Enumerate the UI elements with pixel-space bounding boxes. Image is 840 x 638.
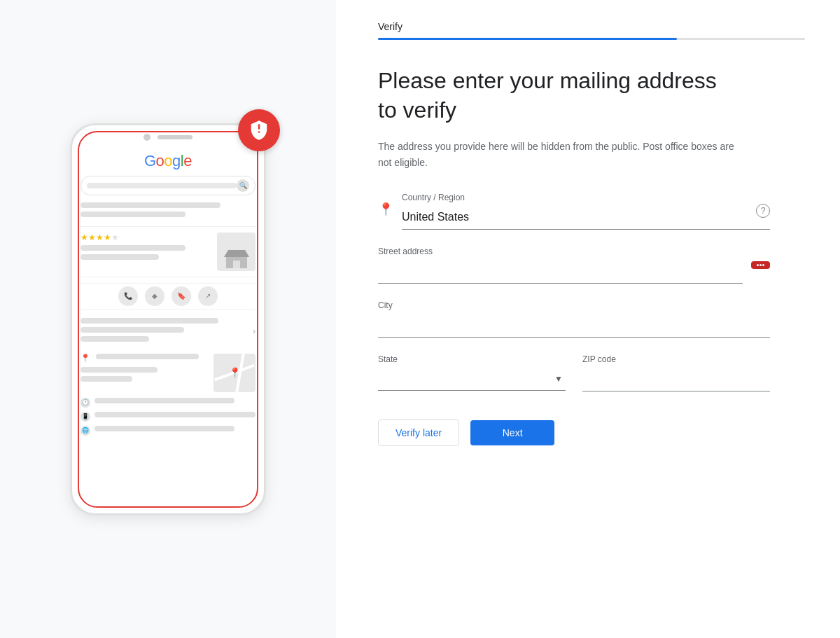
city-field: City — [378, 300, 770, 338]
button-row: Verify later Next — [378, 419, 770, 446]
skeleton-line — [80, 376, 132, 382]
chevron-right-icon: › — [253, 326, 255, 336]
skeleton-line — [80, 254, 159, 260]
main-heading: Please enter your mailing address to ver… — [378, 67, 805, 125]
skeleton-line — [94, 412, 255, 417]
shield-badge — [238, 109, 280, 151]
state-field: State Alabama Alaska Arizona California … — [378, 354, 566, 391]
misc-row-web: 🌐 — [80, 426, 255, 436]
skeleton-line — [80, 245, 186, 251]
state-select[interactable]: Alabama Alaska Arizona California Colora… — [378, 367, 566, 391]
star-rating: ★★★★★ — [80, 233, 211, 242]
form-section: 📍 Country / Region ? Street address — [378, 193, 770, 446]
logo-o1: o — [156, 152, 164, 170]
skeleton-line — [94, 426, 234, 431]
location-pin-icon: 📍 — [378, 202, 393, 217]
verify-later-button[interactable]: Verify later — [378, 419, 459, 446]
phone-speaker — [158, 135, 192, 139]
more-lines — [80, 318, 253, 345]
phone-top-bar — [72, 125, 264, 146]
street-input[interactable] — [378, 259, 743, 284]
action-icons-row: 📞 ◆ 🔖 ↗ — [80, 283, 255, 310]
state-zip-row: State Alabama Alaska Arizona California … — [378, 354, 770, 391]
skeleton-line — [80, 318, 218, 324]
phone-small-icon: 📱 — [80, 412, 90, 422]
next-button[interactable]: Next — [470, 420, 554, 445]
store-icon — [223, 243, 251, 271]
logo-o2: o — [164, 152, 172, 170]
dot2 — [760, 264, 762, 266]
google-logo: Google — [80, 152, 255, 170]
search-bar: 🔍 — [80, 176, 255, 195]
country-input-wrapper: Country / Region ? — [402, 193, 770, 230]
country-field: 📍 Country / Region ? — [378, 193, 770, 230]
result-item-stars: ★★★★★ — [80, 233, 255, 277]
map-section: 📍 📍 — [80, 354, 255, 392]
map-visual: 📍 — [214, 354, 255, 392]
city-label: City — [378, 300, 770, 310]
verify-header: Verify — [378, 21, 805, 62]
zip-field: ZIP code — [582, 354, 770, 391]
search-bar-line — [87, 183, 237, 188]
street-row: Street address — [378, 247, 770, 284]
web-icon: 🌐 — [80, 426, 90, 436]
more-results: › — [80, 315, 255, 348]
result-content: ★★★★★ — [80, 233, 211, 263]
misc-row: 📍 — [80, 354, 209, 363]
street-input-wrapper: Street address — [378, 247, 743, 284]
skeleton-line — [80, 336, 149, 342]
map-pin-icon: 📍 — [229, 367, 241, 378]
help-icon[interactable]: ? — [756, 204, 770, 218]
country-input[interactable] — [402, 205, 770, 230]
store-image — [217, 233, 255, 271]
skeleton-line — [80, 327, 184, 333]
misc-row-clock: 🕐 — [80, 398, 255, 408]
zip-label: ZIP code — [582, 354, 770, 364]
state-label: State — [378, 354, 566, 364]
logo-g2: g — [172, 152, 181, 170]
svg-rect-2 — [233, 261, 240, 268]
clock-icon: 🕐 — [80, 398, 90, 408]
phone-camera — [144, 134, 150, 141]
map-info: 📍 — [80, 354, 209, 392]
skeleton-line — [96, 354, 199, 359]
country-row: 📍 Country / Region ? — [378, 193, 770, 230]
directions-icon: ◆ — [145, 286, 164, 306]
map-pin-small: 📍 — [80, 354, 90, 363]
search-icon: 🔍 — [237, 179, 249, 192]
left-panel: Google 🔍 ★★★★★ — [0, 0, 336, 638]
skeleton-line — [80, 202, 220, 208]
logo-g: G — [144, 152, 156, 170]
misc-row-phone: 📱 — [80, 412, 255, 422]
right-panel: Verify Please enter your mailing address… — [336, 0, 840, 638]
street-field: Street address — [378, 247, 770, 284]
shield-alert-icon — [248, 120, 270, 141]
zip-input[interactable] — [582, 367, 770, 391]
result-item-1 — [80, 202, 255, 227]
progress-bar-container — [378, 38, 805, 40]
country-label: Country / Region — [402, 193, 770, 202]
dot1 — [757, 264, 759, 266]
phone-icon: 📞 — [118, 286, 138, 306]
phone-screen: Google 🔍 ★★★★★ — [72, 146, 264, 445]
bookmark-icon: 🔖 — [172, 286, 191, 306]
phone-frame: Google 🔍 ★★★★★ — [70, 123, 266, 515]
logo-e: e — [183, 152, 192, 170]
street-label: Street address — [378, 247, 743, 256]
progress-bar-fill — [378, 38, 677, 40]
share-icon: ↗ — [198, 286, 218, 306]
state-select-wrapper: Alabama Alaska Arizona California Colora… — [378, 367, 566, 391]
result-row: ★★★★★ — [80, 233, 255, 271]
skeleton-line — [80, 211, 186, 217]
description-text: The address you provide here will be hid… — [378, 139, 742, 170]
verify-title: Verify — [378, 21, 805, 32]
skeleton-line — [80, 367, 158, 373]
more-options-button[interactable] — [751, 261, 770, 269]
phone-wrapper: Google 🔍 ★★★★★ — [70, 123, 266, 515]
skeleton-line — [94, 398, 234, 403]
dot3 — [762, 264, 764, 266]
city-input[interactable] — [378, 313, 770, 338]
svg-marker-1 — [224, 250, 249, 257]
